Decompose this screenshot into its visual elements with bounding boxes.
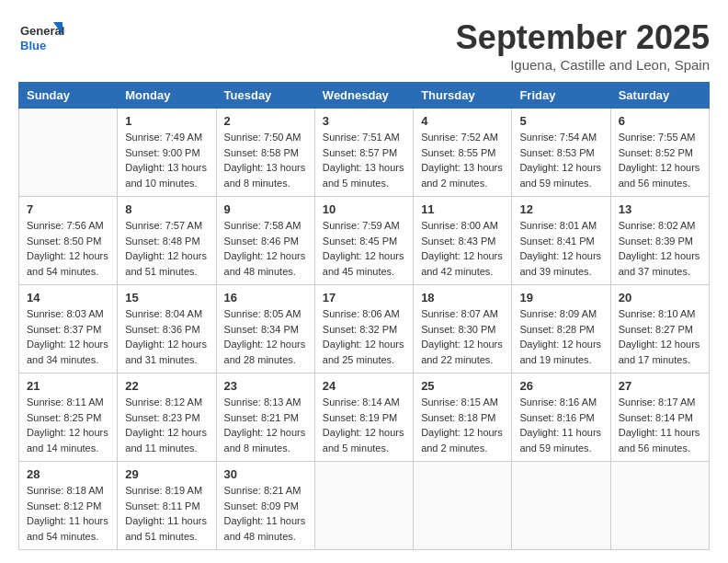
day-info: Sunrise: 7:56 AM Sunset: 8:50 PM Dayligh…	[27, 218, 109, 279]
day-info: Sunrise: 8:02 AM Sunset: 8:39 PM Dayligh…	[619, 218, 701, 279]
calendar-cell: 5Sunrise: 7:54 AM Sunset: 8:53 PM Daylig…	[512, 109, 610, 197]
header-row: SundayMondayTuesdayWednesdayThursdayFrid…	[19, 83, 710, 109]
calendar-cell: 7Sunrise: 7:56 AM Sunset: 8:50 PM Daylig…	[19, 197, 118, 285]
location: Iguena, Castille and Leon, Spain	[456, 57, 710, 73]
day-info: Sunrise: 8:00 AM Sunset: 8:43 PM Dayligh…	[421, 218, 504, 279]
calendar-cell	[414, 462, 512, 550]
day-info: Sunrise: 8:15 AM Sunset: 8:18 PM Dayligh…	[421, 395, 504, 455]
day-number: 6	[619, 114, 701, 128]
header-cell: Saturday	[610, 83, 709, 109]
day-info: Sunrise: 8:04 AM Sunset: 8:36 PM Dayligh…	[125, 306, 208, 367]
calendar-cell: 20Sunrise: 8:10 AM Sunset: 8:27 PM Dayli…	[610, 285, 709, 373]
header-cell: Tuesday	[216, 83, 314, 109]
calendar-cell: 14Sunrise: 8:03 AM Sunset: 8:37 PM Dayli…	[19, 285, 118, 373]
day-info: Sunrise: 8:14 AM Sunset: 8:19 PM Dayligh…	[323, 395, 405, 455]
calendar-cell: 22Sunrise: 8:12 AM Sunset: 8:23 PM Dayli…	[118, 373, 216, 462]
day-number: 13	[619, 202, 701, 216]
calendar-cell: 18Sunrise: 8:07 AM Sunset: 8:30 PM Dayli…	[414, 285, 512, 373]
day-info: Sunrise: 8:09 AM Sunset: 8:28 PM Dayligh…	[519, 306, 602, 367]
calendar-cell: 6Sunrise: 7:55 AM Sunset: 8:52 PM Daylig…	[610, 109, 709, 197]
day-info: Sunrise: 7:50 AM Sunset: 8:58 PM Dayligh…	[224, 130, 307, 190]
header-cell: Wednesday	[314, 83, 413, 109]
calendar-cell	[19, 109, 118, 197]
day-number: 17	[323, 291, 405, 304]
day-info: Sunrise: 7:57 AM Sunset: 8:48 PM Dayligh…	[125, 218, 208, 279]
calendar-cell: 4Sunrise: 7:52 AM Sunset: 8:55 PM Daylig…	[414, 109, 512, 197]
calendar-cell: 17Sunrise: 8:06 AM Sunset: 8:32 PM Dayli…	[314, 285, 413, 373]
day-number: 2	[224, 114, 307, 128]
calendar-cell: 13Sunrise: 8:02 AM Sunset: 8:39 PM Dayli…	[610, 197, 709, 285]
calendar-cell	[512, 462, 610, 550]
day-info: Sunrise: 7:55 AM Sunset: 8:52 PM Dayligh…	[619, 130, 701, 190]
day-info: Sunrise: 8:21 AM Sunset: 8:09 PM Dayligh…	[224, 483, 307, 544]
day-number: 4	[421, 114, 504, 128]
day-number: 22	[125, 379, 208, 393]
day-number: 21	[27, 379, 109, 393]
calendar-row: 14Sunrise: 8:03 AM Sunset: 8:37 PM Dayli…	[19, 285, 710, 373]
day-info: Sunrise: 8:13 AM Sunset: 8:21 PM Dayligh…	[224, 395, 307, 455]
day-number: 1	[125, 114, 208, 128]
calendar-cell: 12Sunrise: 8:01 AM Sunset: 8:41 PM Dayli…	[512, 197, 610, 285]
calendar-cell: 1Sunrise: 7:49 AM Sunset: 9:00 PM Daylig…	[118, 109, 216, 197]
day-info: Sunrise: 8:17 AM Sunset: 8:14 PM Dayligh…	[619, 395, 701, 455]
day-info: Sunrise: 8:19 AM Sunset: 8:11 PM Dayligh…	[125, 483, 208, 544]
header-cell: Friday	[512, 83, 610, 109]
title-block: September 2025 Iguena, Castille and Leon…	[456, 18, 710, 73]
day-number: 18	[421, 291, 504, 304]
calendar-cell: 23Sunrise: 8:13 AM Sunset: 8:21 PM Dayli…	[216, 373, 314, 462]
logo-svg: General Blue	[18, 18, 64, 59]
day-info: Sunrise: 7:58 AM Sunset: 8:46 PM Dayligh…	[224, 218, 307, 279]
calendar-cell: 25Sunrise: 8:15 AM Sunset: 8:18 PM Dayli…	[414, 373, 512, 462]
calendar-cell: 9Sunrise: 7:58 AM Sunset: 8:46 PM Daylig…	[216, 197, 314, 285]
calendar-cell: 3Sunrise: 7:51 AM Sunset: 8:57 PM Daylig…	[314, 109, 413, 197]
day-number: 8	[125, 202, 208, 216]
day-info: Sunrise: 8:03 AM Sunset: 8:37 PM Dayligh…	[27, 306, 109, 367]
day-number: 24	[323, 379, 405, 393]
day-info: Sunrise: 7:49 AM Sunset: 9:00 PM Dayligh…	[125, 130, 208, 190]
day-info: Sunrise: 7:52 AM Sunset: 8:55 PM Dayligh…	[421, 130, 504, 190]
calendar-cell: 27Sunrise: 8:17 AM Sunset: 8:14 PM Dayli…	[610, 373, 709, 462]
header-cell: Sunday	[19, 83, 118, 109]
calendar-row: 21Sunrise: 8:11 AM Sunset: 8:25 PM Dayli…	[19, 373, 710, 462]
day-number: 29	[125, 467, 208, 481]
day-info: Sunrise: 8:12 AM Sunset: 8:23 PM Dayligh…	[125, 395, 208, 455]
day-info: Sunrise: 7:51 AM Sunset: 8:57 PM Dayligh…	[323, 130, 405, 190]
calendar-row: 1Sunrise: 7:49 AM Sunset: 9:00 PM Daylig…	[19, 109, 710, 197]
day-number: 23	[224, 379, 307, 393]
svg-text:Blue: Blue	[20, 39, 46, 52]
calendar-row: 28Sunrise: 8:18 AM Sunset: 8:12 PM Dayli…	[19, 462, 710, 550]
day-number: 16	[224, 291, 307, 304]
calendar-cell: 19Sunrise: 8:09 AM Sunset: 8:28 PM Dayli…	[512, 285, 610, 373]
calendar-cell: 16Sunrise: 8:05 AM Sunset: 8:34 PM Dayli…	[216, 285, 314, 373]
calendar-cell	[314, 462, 413, 550]
day-number: 5	[519, 114, 602, 128]
page-header: General Blue September 2025 Iguena, Cast…	[18, 18, 710, 73]
day-number: 20	[619, 291, 701, 304]
day-number: 27	[619, 379, 701, 393]
day-number: 11	[421, 202, 504, 216]
day-info: Sunrise: 8:10 AM Sunset: 8:27 PM Dayligh…	[619, 306, 701, 367]
day-number: 30	[224, 467, 307, 481]
calendar-cell: 11Sunrise: 8:00 AM Sunset: 8:43 PM Dayli…	[414, 197, 512, 285]
day-number: 9	[224, 202, 307, 216]
calendar-table: SundayMondayTuesdayWednesdayThursdayFrid…	[18, 82, 710, 550]
day-info: Sunrise: 8:01 AM Sunset: 8:41 PM Dayligh…	[519, 218, 602, 279]
calendar-cell: 2Sunrise: 7:50 AM Sunset: 8:58 PM Daylig…	[216, 109, 314, 197]
header-cell: Thursday	[414, 83, 512, 109]
day-number: 15	[125, 291, 208, 304]
calendar-cell: 21Sunrise: 8:11 AM Sunset: 8:25 PM Dayli…	[19, 373, 118, 462]
calendar-cell: 15Sunrise: 8:04 AM Sunset: 8:36 PM Dayli…	[118, 285, 216, 373]
calendar-cell: 29Sunrise: 8:19 AM Sunset: 8:11 PM Dayli…	[118, 462, 216, 550]
calendar-cell	[610, 462, 709, 550]
day-number: 25	[421, 379, 504, 393]
header-cell: Monday	[118, 83, 216, 109]
day-info: Sunrise: 8:07 AM Sunset: 8:30 PM Dayligh…	[421, 306, 504, 367]
calendar-cell: 30Sunrise: 8:21 AM Sunset: 8:09 PM Dayli…	[216, 462, 314, 550]
day-number: 19	[519, 291, 602, 304]
day-info: Sunrise: 7:54 AM Sunset: 8:53 PM Dayligh…	[519, 130, 602, 190]
day-info: Sunrise: 8:18 AM Sunset: 8:12 PM Dayligh…	[27, 483, 109, 544]
day-number: 14	[27, 291, 109, 304]
month-title: September 2025	[456, 18, 710, 57]
calendar-cell: 26Sunrise: 8:16 AM Sunset: 8:16 PM Dayli…	[512, 373, 610, 462]
logo: General Blue	[18, 18, 64, 59]
